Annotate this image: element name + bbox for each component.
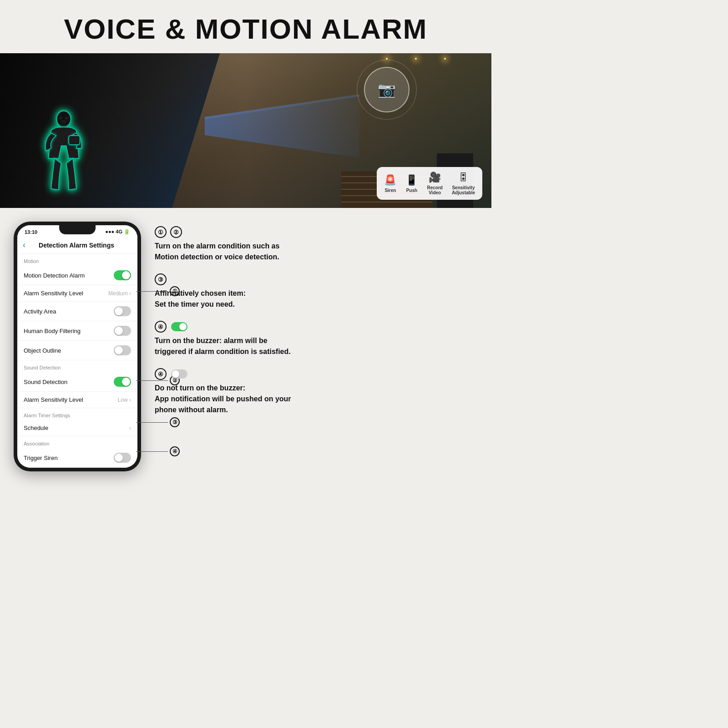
alarm-sensitivity-sound-label: Alarm Sensitivity Level — [24, 396, 83, 403]
sound-detection-toggle[interactable] — [114, 377, 131, 387]
exp-1-2-numbers: ① ② — [155, 226, 478, 238]
trigger-siren-label: Trigger Siren — [24, 455, 58, 461]
settings-list: Motion Motion Detection Alarm Alarm Sens… — [17, 254, 137, 468]
human-body-filtering-toggle[interactable] — [114, 326, 131, 336]
explanations-panel: ① ② Turn on the alarm condition such asM… — [155, 222, 478, 415]
push-icon: 📱 — [405, 174, 418, 186]
row-alarm-sensitivity-motion[interactable]: Alarm Sensitivity Level Medium › — [17, 285, 137, 302]
hero-step-siren: 🚨 Siren — [384, 174, 396, 193]
alarm-sensitivity-motion-value: Medium › — [108, 290, 131, 297]
callout-1: ① — [136, 286, 180, 296]
exp-4-off-row: ④ — [155, 368, 478, 380]
callout-4-circle: ④ — [170, 446, 180, 456]
callout-4: ④ — [136, 446, 180, 456]
bottom-section: 13:10 ●●● 4G 🔋 ‹ Detection Alarm Setting… — [0, 208, 491, 485]
exp-3-number: ③ — [155, 273, 478, 285]
svg-marker-6 — [205, 94, 359, 158]
svg-point-3 — [59, 116, 62, 119]
exp-circle-1: ① — [155, 226, 167, 238]
exp-4-off-text: Do not turn on the buzzer:App notificati… — [155, 383, 478, 415]
sensitivity-label: SensitivityAdjustable — [452, 185, 475, 195]
hero-step-record: 🎥 RecordVideo — [427, 172, 442, 195]
camera-bubble: 📷 — [364, 67, 410, 112]
alarm-sensitivity-sound-value: Low › — [118, 397, 131, 403]
record-icon: 🎥 — [429, 172, 441, 183]
row-activity-area: Activity Area — [17, 302, 137, 321]
explanation-1-2: ① ② Turn on the alarm condition such asM… — [155, 226, 478, 263]
row-alarm-sensitivity-sound[interactable]: Alarm Sensitivity Level Low › — [17, 392, 137, 408]
phone-callout-wrapper: 13:10 ●●● 4G 🔋 ‹ Detection Alarm Setting… — [14, 222, 141, 471]
ceiling-lights — [386, 58, 446, 60]
phone-header: ‹ Detection Alarm Settings — [17, 237, 137, 254]
callout-1-circle: ① — [170, 286, 180, 296]
motion-detection-label: Motion Detection Alarm — [24, 272, 85, 279]
object-outline-label: Object Outline — [24, 347, 61, 354]
callout-2-line — [136, 380, 168, 381]
row-object-outline: Object Outline — [17, 341, 137, 360]
section-motion-label: Motion — [17, 254, 137, 266]
callout-3-circle: ③ — [170, 417, 180, 427]
exp-circle-2: ② — [170, 226, 182, 238]
row-trigger-siren: Trigger Siren — [17, 448, 137, 468]
schedule-value: › — [129, 425, 131, 431]
activity-area-label: Activity Area — [24, 308, 56, 315]
section-association-label: Association — [17, 436, 137, 448]
svg-point-1 — [58, 112, 70, 126]
row-sound-detection: Sound Detection — [17, 372, 137, 392]
explanation-3: ③ Affirmatively chosen item:Set the time… — [155, 273, 478, 310]
explanation-4-on: ④ Turn on the buzzer: alarm will betrigg… — [155, 321, 478, 357]
detection-beam — [205, 81, 364, 172]
screen-title: Detection Alarm Settings — [29, 242, 124, 249]
callout-3-line — [136, 422, 168, 423]
title-section: VOICE & MOTION ALARM — [0, 0, 491, 53]
toggle-inline-off — [171, 369, 187, 379]
push-label: Push — [406, 188, 417, 193]
hero-feature-steps: 🚨 Siren 📱 Push 🎥 RecordVideo 🎛 Sensitivi… — [377, 167, 482, 200]
svg-point-2 — [61, 120, 66, 124]
explanation-4-off: ④ Do not turn on the buzzer:App notifica… — [155, 368, 478, 415]
exp-3-text: Affirmatively chosen item:Set the timer … — [155, 288, 478, 310]
exp-1-2-text: Turn on the alarm condition such asMotio… — [155, 241, 478, 263]
hero-section: 📷 🚨 Siren 📱 Push 🎥 RecordVideo 🎛 Sensiti… — [0, 53, 491, 208]
callout-4-line — [136, 451, 168, 452]
record-label: RecordVideo — [427, 185, 442, 195]
siren-label: Siren — [384, 188, 396, 193]
sound-detection-label: Sound Detection — [24, 379, 67, 385]
schedule-label: Schedule — [24, 425, 48, 431]
exp-4-on-text: Turn on the buzzer: alarm will betrigger… — [155, 335, 478, 357]
row-motion-detection: Motion Detection Alarm — [17, 266, 137, 285]
row-schedule[interactable]: Schedule › — [17, 420, 137, 436]
hero-step-push: 📱 Push — [405, 174, 418, 193]
trigger-siren-toggle[interactable] — [114, 453, 131, 463]
human-body-filtering-label: Human Body Filtering — [24, 328, 81, 334]
light-3 — [444, 58, 446, 60]
svg-point-4 — [65, 116, 68, 119]
row-human-body-filtering: Human Body Filtering — [17, 321, 137, 341]
svg-rect-5 — [69, 136, 80, 145]
status-time: 13:10 — [25, 229, 37, 235]
hero-step-sensitivity: 🎛 SensitivityAdjustable — [452, 172, 475, 195]
siren-icon: 🚨 — [384, 174, 396, 186]
activity-area-toggle[interactable] — [114, 306, 131, 316]
motion-detection-toggle[interactable] — [114, 270, 131, 280]
camera-icon: 📷 — [378, 81, 396, 98]
phone-mockup: 13:10 ●●● 4G 🔋 ‹ Detection Alarm Setting… — [14, 222, 141, 471]
alarm-sensitivity-motion-label: Alarm Sensitivity Level — [24, 290, 83, 297]
sensitivity-icon: 🎛 — [458, 172, 468, 183]
light-2 — [415, 58, 417, 60]
section-sound-label: Sound Detection — [17, 360, 137, 372]
toggle-inline-on — [171, 322, 187, 331]
object-outline-toggle[interactable] — [114, 345, 131, 355]
exp-4-on-row: ④ — [155, 321, 478, 333]
section-timer-label: Alarm Timer Settings — [17, 408, 137, 420]
back-button[interactable]: ‹ — [23, 240, 25, 250]
phone-notch — [59, 225, 96, 234]
phone-screen: 13:10 ●●● 4G 🔋 ‹ Detection Alarm Setting… — [17, 225, 137, 468]
status-signal: ●●● 4G 🔋 — [105, 229, 130, 235]
exp-circle-4-on: ④ — [155, 321, 167, 333]
intruder-figure — [36, 108, 91, 199]
page-title: VOICE & MOTION ALARM — [9, 13, 482, 45]
callout-1-line — [136, 291, 168, 292]
callout-3: ③ — [136, 417, 180, 427]
exp-circle-3: ③ — [155, 273, 167, 285]
